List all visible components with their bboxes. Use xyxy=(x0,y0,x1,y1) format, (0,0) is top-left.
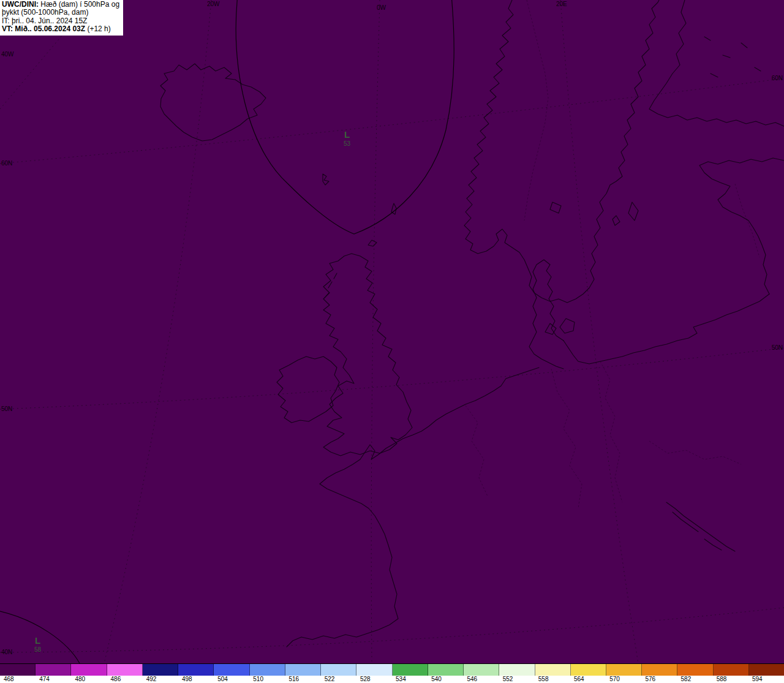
colorbar-value: 588 xyxy=(713,676,748,683)
colorbar-value: 558 xyxy=(535,676,570,683)
colorbar-segment xyxy=(107,664,143,676)
austria-border xyxy=(649,441,741,464)
colorbar-value: 564 xyxy=(570,676,606,683)
france-belgium-border xyxy=(466,406,488,496)
colorbar-segment xyxy=(393,664,428,676)
colorbar-segment xyxy=(499,664,535,676)
colorbar xyxy=(0,663,784,676)
colorbar-value: 594 xyxy=(748,676,784,683)
colorbar-labels: 4684744804864924985045105165225285345405… xyxy=(0,676,784,683)
colorbar-value: 492 xyxy=(143,676,178,683)
parallel-label-50n-left: 50N xyxy=(1,406,12,412)
great-britain-coast xyxy=(323,254,412,456)
colorbar-segment xyxy=(178,664,214,676)
map-canvas xyxy=(0,0,784,663)
continental-west-coast xyxy=(287,368,539,647)
colorbar-segment xyxy=(356,664,392,676)
colorbar-value: 498 xyxy=(178,676,214,683)
colorbar-segment xyxy=(714,664,749,676)
product-description: Hæð (dam) í 500hPa og xyxy=(39,0,119,9)
info-line-init-time: IT: þri.. 04. Jún.. 2024 15Z xyxy=(2,17,119,25)
parallel-40n xyxy=(0,608,784,652)
baltic-inland-border xyxy=(735,184,760,257)
colorbar-segment xyxy=(214,664,249,676)
low-symbol: L xyxy=(344,130,350,139)
low-pressure-marker-2: L 58 xyxy=(34,636,41,653)
norway-sweden-border xyxy=(524,0,548,221)
scandinavia-coast xyxy=(464,0,659,303)
colorbar-segment xyxy=(71,664,107,676)
colorbar-value: 522 xyxy=(321,676,356,683)
coastlines xyxy=(160,0,784,647)
colorbar-segment xyxy=(642,664,677,676)
parallel-label-60n-left: 60N xyxy=(1,160,12,167)
low-value: 53 xyxy=(344,141,350,147)
info-line-product-2: þykkt (500-1000hPa, dam) xyxy=(2,9,119,17)
parallel-label-40n-left: 40N xyxy=(1,649,12,655)
baltic-east-coast xyxy=(699,158,784,294)
ireland-coast xyxy=(277,357,339,423)
colorbar-value: 528 xyxy=(356,676,392,683)
product-prefix: UWC/DINI: xyxy=(2,0,39,9)
colorbar-value: 516 xyxy=(285,676,321,683)
meridian-label-0w: 0W xyxy=(377,4,386,11)
colorbar-value: 510 xyxy=(249,676,285,683)
meridian-20w xyxy=(104,0,211,663)
colorbar-segment xyxy=(571,664,606,676)
colorbar-segment xyxy=(0,664,36,676)
colorbar-segment xyxy=(143,664,178,676)
colorbar-value: 582 xyxy=(677,676,713,683)
orkney-islands xyxy=(368,240,377,246)
low-pressure-marker-1: L 53 xyxy=(344,130,350,147)
iceland-coast xyxy=(160,64,266,141)
meridian-label-40w: 40W xyxy=(1,51,14,58)
colorbar-segment xyxy=(749,664,784,676)
zealand-island xyxy=(560,319,575,333)
weather-map: UWC/DINI: Hæð (dam) í 500hPa og þykkt (5… xyxy=(0,0,784,683)
colorbar-segment xyxy=(285,664,321,676)
adriatic-coast xyxy=(666,502,735,551)
colorbar-value: 474 xyxy=(36,676,71,683)
faroe-islands xyxy=(323,174,329,185)
colorbar-segment xyxy=(677,664,713,676)
info-box: UWC/DINI: Hæð (dam) í 500hPa og þykkt (5… xyxy=(0,0,123,36)
meridian-label-20e: 20E xyxy=(556,1,567,7)
colorbar-segment xyxy=(250,664,285,676)
finnish-lakes xyxy=(704,37,761,77)
low-value: 58 xyxy=(34,647,41,653)
meridian-20e xyxy=(560,0,638,663)
parallel-label-60n-right: 60N xyxy=(772,75,783,81)
colorbar-segment xyxy=(428,664,464,676)
baltic-south-coast xyxy=(564,294,769,364)
parallel-50n xyxy=(0,348,784,409)
hebrides xyxy=(325,273,337,298)
colorbar-segment xyxy=(535,664,571,676)
colorbar-segment xyxy=(464,664,499,676)
lake-vanern xyxy=(550,202,561,213)
colorbar-value: 570 xyxy=(606,676,641,683)
colorbar-value: 486 xyxy=(107,676,143,683)
colorbar-value: 552 xyxy=(499,676,535,683)
valid-time: VT: Mið.. 05.06.2024 03Z xyxy=(2,25,85,33)
graticule xyxy=(0,0,784,663)
colorbar-segment xyxy=(321,664,356,676)
finland-coast xyxy=(649,0,784,126)
colorbar-value: 468 xyxy=(0,676,36,683)
info-line-valid-time: VT: Mið.. 05.06.2024 03Z (+12 h) xyxy=(2,25,119,33)
germany-poland-border xyxy=(600,361,622,502)
colorbar-value: 534 xyxy=(392,676,428,683)
colorbar-value: 546 xyxy=(463,676,499,683)
low-symbol: L xyxy=(34,636,41,645)
denmark-coast xyxy=(529,260,564,369)
info-line-product: UWC/DINI: Hæð (dam) í 500hPa og xyxy=(2,1,119,9)
parallel-label-50n-right: 50N xyxy=(772,344,783,351)
meridian-label-20w: 20W xyxy=(207,1,220,7)
colorbar-value: 576 xyxy=(641,676,677,683)
germany-czech-border xyxy=(551,369,582,508)
gotland-island xyxy=(612,202,638,225)
colorbar-value: 504 xyxy=(214,676,249,683)
height-contour-53 xyxy=(236,0,454,234)
colorbar-value: 540 xyxy=(428,676,463,683)
parallel-60n xyxy=(0,78,784,164)
colorbar-value: 480 xyxy=(71,676,107,683)
